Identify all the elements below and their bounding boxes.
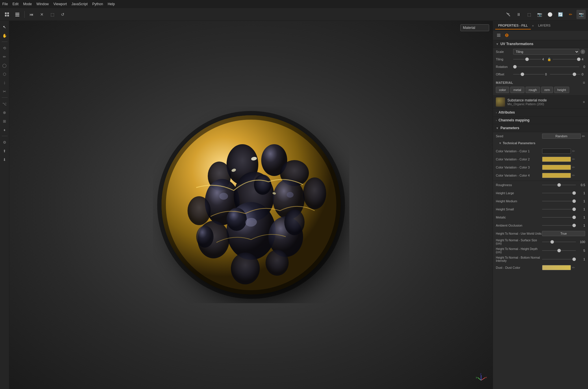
circle-tool[interactable]: ◯: [1, 62, 8, 69]
color-4-edit-btn[interactable]: ✏: [572, 173, 575, 177]
option-tool[interactable]: ⌥: [1, 100, 8, 108]
material-mode-dropdown[interactable]: Material Wireframe Solid: [460, 24, 489, 31]
viewport-btn[interactable]: ⬚: [524, 10, 534, 19]
list-view-button[interactable]: [13, 10, 22, 19]
channel-rough[interactable]: rough: [526, 87, 540, 93]
menu-item-file[interactable]: File: [2, 2, 8, 6]
attributes-header[interactable]: › Attributes: [493, 109, 588, 116]
refresh-button[interactable]: ↺: [58, 10, 67, 19]
height-large-slider[interactable]: [542, 191, 576, 195]
ambient-occlusion-slider[interactable]: [542, 223, 576, 227]
menu-item-window[interactable]: Window: [36, 2, 49, 6]
layers-icon-btn[interactable]: [495, 32, 502, 39]
eye-off-button[interactable]: [504, 10, 513, 19]
color-swatch-1[interactable]: [542, 149, 571, 154]
color-1-edit-btn[interactable]: ✏: [572, 149, 575, 153]
color-2-edit-btn[interactable]: ✏: [572, 157, 575, 161]
height-normal-bottom-slider[interactable]: [542, 257, 576, 261]
height-normal-depth-slider[interactable]: [542, 249, 576, 253]
height-normal-surface-slider[interactable]: [542, 240, 576, 244]
rotate-tool[interactable]: ⟲: [1, 44, 8, 52]
height-normal-depth-value: 5: [542, 249, 585, 253]
color-swatch-4[interactable]: [542, 173, 571, 178]
properties-fill-close[interactable]: ×: [531, 23, 535, 28]
attributes-title: Attributes: [498, 110, 515, 114]
skip-start-button[interactable]: ⏮: [27, 10, 36, 19]
sphere-view-button[interactable]: ⚪: [545, 10, 554, 19]
offset-y-slider[interactable]: [550, 72, 581, 76]
seed-edit-btn[interactable]: ✏: [582, 134, 585, 138]
grid-tool[interactable]: ⊞: [1, 117, 8, 125]
svg-rect-5: [15, 14, 19, 15]
height-small-slider[interactable]: [542, 207, 576, 211]
channels-mapping-header[interactable]: › Channels mapping: [493, 116, 588, 124]
scale-info-icon[interactable]: i: [580, 49, 585, 54]
pause-button[interactable]: ⏸: [514, 10, 523, 19]
settings-tool[interactable]: ⚙: [1, 138, 8, 146]
grid-view-button[interactable]: [2, 10, 12, 19]
channels-chevron: ›: [496, 119, 497, 122]
tab-layers[interactable]: LAYERS: [535, 22, 554, 29]
substance-close-button[interactable]: ×: [583, 100, 585, 104]
menu-item-javascript[interactable]: JavaScript: [71, 2, 88, 6]
svg-rect-3: [7, 15, 9, 16]
env-button[interactable]: 🔄: [556, 10, 565, 19]
color-variation-1-row: Color Variation - Color 1 ✏: [493, 147, 588, 155]
color-swatch-3[interactable]: [542, 165, 571, 170]
path-tool[interactable]: ⟊: [1, 79, 8, 86]
frame-button[interactable]: ⬚: [48, 10, 57, 19]
channel-nrm[interactable]: nrm: [541, 87, 553, 93]
close-button[interactable]: ✕: [37, 10, 47, 19]
menu-item-mode[interactable]: Mode: [23, 2, 32, 6]
channel-color[interactable]: color: [496, 87, 509, 93]
viewport-background[interactable]: [9, 21, 493, 389]
offset-x-slider[interactable]: [513, 72, 544, 76]
parameters-header[interactable]: ▼ Parameters: [493, 124, 588, 132]
height-small-row: Height Small 1: [493, 205, 588, 213]
tiling-x-slider[interactable]: [513, 57, 541, 61]
snapshot-button[interactable]: 📷: [576, 10, 586, 19]
tab-properties-fill[interactable]: PROPERTIES - FILL: [495, 22, 531, 29]
color-3-edit-btn[interactable]: ✏: [572, 165, 575, 169]
menu-item-help[interactable]: Help: [108, 2, 115, 6]
diamond-tool[interactable]: ♦: [1, 126, 8, 134]
attributes-chevron: ›: [496, 111, 497, 114]
channel-metal[interactable]: metal: [510, 87, 524, 93]
color-swatch-2[interactable]: [542, 157, 571, 162]
rotation-slider[interactable]: [513, 65, 579, 69]
technical-params-header[interactable]: ▼ Technical Parameters: [493, 140, 588, 146]
height-medium-label: Height Medium: [496, 199, 542, 203]
height-normal-surface-label: Height To Normal - Surface Size (cm): [496, 239, 542, 245]
menu-item-edit[interactable]: Edit: [12, 2, 18, 6]
ambient-occlusion-number: 1: [577, 224, 585, 227]
scissors-tool[interactable]: ✂: [1, 88, 8, 95]
up-tool[interactable]: ⬆: [1, 147, 8, 155]
height-normal-depth-number: 5: [577, 249, 585, 252]
arrow-tool[interactable]: ↖: [1, 23, 8, 31]
dust-color-edit-btn[interactable]: ✏: [572, 266, 575, 270]
lock-icon[interactable]: 🔒: [547, 57, 552, 62]
hand-tool[interactable]: ✋: [1, 32, 8, 39]
height-normal-world-badge[interactable]: True: [542, 231, 585, 236]
pen-tool[interactable]: ✏: [1, 53, 8, 60]
height-medium-slider[interactable]: [542, 199, 576, 203]
camera-button[interactable]: 📷: [535, 10, 544, 19]
material-options-btn[interactable]: ≡: [583, 80, 585, 85]
uv-transformations-header[interactable]: ▼ UV Transformations: [493, 40, 588, 48]
scale-dropdown[interactable]: Tiling: [513, 49, 579, 55]
hex-tool[interactable]: ⬡: [1, 70, 8, 78]
down-tool[interactable]: ⬇: [1, 156, 8, 163]
menu-item-viewport[interactable]: Viewport: [53, 2, 67, 6]
seed-random-badge[interactable]: Random: [542, 134, 581, 139]
svg-point-34: [287, 192, 294, 198]
svg-point-28: [196, 226, 214, 248]
roughness-slider[interactable]: [542, 183, 576, 187]
sphere-icon-btn[interactable]: [503, 32, 510, 39]
add-tool[interactable]: ⊕: [1, 109, 8, 116]
menu-item-python[interactable]: Python: [92, 2, 103, 6]
tiling-y-slider[interactable]: [553, 57, 581, 61]
dust-color-swatch[interactable]: [542, 265, 571, 270]
pen-button[interactable]: ✏: [566, 10, 575, 19]
metalic-slider[interactable]: [542, 215, 576, 219]
channel-height[interactable]: height: [554, 87, 569, 93]
